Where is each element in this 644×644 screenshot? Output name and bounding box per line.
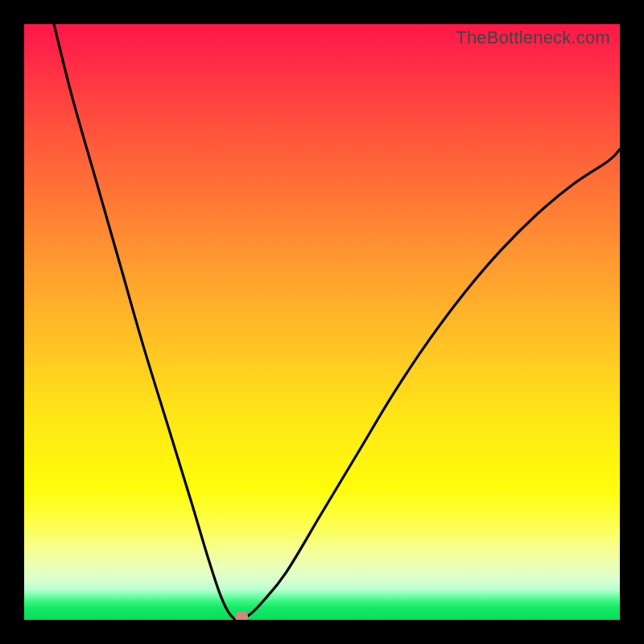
chart-frame: TheBottleneck.com xyxy=(0,0,644,644)
minimum-marker xyxy=(235,612,248,620)
bottleneck-curve xyxy=(24,24,620,620)
plot-area: TheBottleneck.com xyxy=(24,24,620,620)
